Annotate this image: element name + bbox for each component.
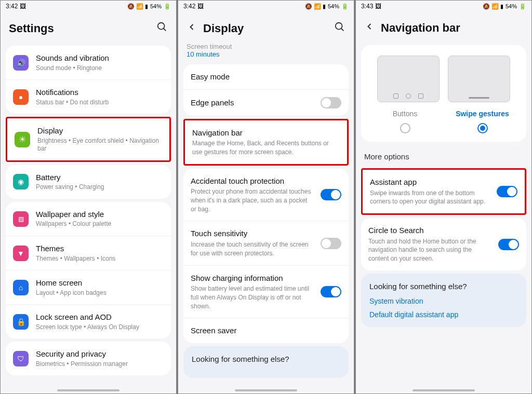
partial-row[interactable]: Screen timeout 10 minutes xyxy=(178,43,354,61)
search-icon[interactable] xyxy=(334,21,345,35)
display-group-1: Easy mode Edge panels xyxy=(183,64,349,116)
status-battery: 54% xyxy=(150,3,162,9)
page-title: Navigation bar xyxy=(381,21,460,35)
settings-item-sounds[interactable]: 🔊 Sounds and vibrationSound mode • Ringt… xyxy=(6,46,171,80)
settings-item-lockscreen[interactable]: 🔒 Lock screen and AODScreen lock type • … xyxy=(6,305,171,338)
radio-gestures[interactable]: Swipe gestures xyxy=(448,110,517,133)
search-icon[interactable] xyxy=(156,21,168,35)
footer-card: Looking for something else? System vibra… xyxy=(361,274,526,327)
settings-item-notifications[interactable]: ● NotificationsStatus bar • Do not distu… xyxy=(6,80,171,114)
bell-icon: ● xyxy=(13,89,29,105)
settings-item-wallpaper[interactable]: ▧ Wallpaper and styleWallpapers • Colour… xyxy=(6,202,171,236)
status-bar: 3:42 🖼 🔕 📶 ▮ 54%🔋 xyxy=(178,1,354,12)
status-bar: 3:42 🖼 🔕 📶 ▮ 54%🔋 xyxy=(1,1,176,12)
svg-line-1 xyxy=(164,29,166,31)
preview-buttons[interactable] xyxy=(377,56,440,102)
display-item-touchsens[interactable]: Touch sensitivityIncrease the touch sens… xyxy=(183,221,349,265)
lock-icon: 🔒 xyxy=(13,314,29,330)
page-title: Settings xyxy=(9,22,54,35)
link-system-vibration[interactable]: System vibration xyxy=(369,297,518,305)
display-item-accidental[interactable]: Accidental touch protectionProtect your … xyxy=(183,169,349,222)
more-options-label[interactable]: More options xyxy=(356,145,531,165)
home-indicator[interactable] xyxy=(235,389,297,391)
sound-icon: 🔊 xyxy=(13,55,29,71)
assistant-toggle[interactable] xyxy=(497,186,517,197)
svg-point-0 xyxy=(158,23,165,30)
nav-item-assistant[interactable]: Assistant appSwipe inwards from one of t… xyxy=(363,170,525,213)
nav-group-2: Circle to SearchTouch and hold the Home … xyxy=(361,218,526,270)
radio-buttons[interactable]: Buttons xyxy=(370,110,440,133)
touchsens-toggle[interactable] xyxy=(321,238,341,249)
display-group-2: Accidental touch protectionProtect your … xyxy=(183,169,349,343)
link-default-assistant[interactable]: Default digital assistant app xyxy=(369,310,518,319)
status-time: 3:42 xyxy=(6,3,18,10)
display-item-edgepanels[interactable]: Edge panels xyxy=(183,90,349,116)
status-battery: 54% xyxy=(328,3,339,9)
accidental-toggle[interactable] xyxy=(321,189,341,200)
assistant-app-highlighted: Assistant appSwipe inwards from one of t… xyxy=(361,168,526,215)
svg-line-3 xyxy=(341,29,344,31)
settings-group-1: 🔊 Sounds and vibrationSound mode • Ringt… xyxy=(6,46,171,114)
svg-point-2 xyxy=(336,23,342,30)
themes-icon: ▼ xyxy=(13,246,29,261)
display-item-navbar-highlighted: Navigation barManage the Home, Back, and… xyxy=(183,119,349,166)
shield-icon: 🛡 xyxy=(13,351,29,366)
status-time: 3:43 xyxy=(361,3,373,10)
settings-item-homescreen[interactable]: ⌂ Home screenLayout • App icon badges xyxy=(6,270,171,305)
footer-card: Looking for something else? xyxy=(183,346,349,378)
settings-item-display-highlighted: ☀ DisplayBrightness • Eye comfort shield… xyxy=(6,117,171,162)
back-button[interactable] xyxy=(187,22,197,35)
display-item-charging[interactable]: Show charging informationShow battery le… xyxy=(183,266,349,319)
display-item-navbar[interactable]: Navigation barManage the Home, Back, and… xyxy=(185,120,347,164)
settings-item-security[interactable]: 🛡 Security and privacyBiometrics • Permi… xyxy=(6,342,171,375)
brightness-icon: ☀ xyxy=(15,132,30,147)
circlesearch-toggle[interactable] xyxy=(498,239,519,250)
nav-item-circlesearch[interactable]: Circle to SearchTouch and hold the Home … xyxy=(361,218,526,270)
wallpaper-icon: ▧ xyxy=(13,211,29,227)
settings-item-themes[interactable]: ▼ ThemesThemes • Wallpapers • Icons xyxy=(6,236,171,270)
home-indicator[interactable] xyxy=(57,389,119,391)
status-bar: 3:43 🖼 🔕 📶 ▮ 54%🔋 xyxy=(356,1,531,12)
settings-item-display[interactable]: ☀ DisplayBrightness • Eye comfort shield… xyxy=(7,118,169,160)
home-icon: ⌂ xyxy=(13,280,29,295)
settings-group-2: ◉ BatteryPower saving • Charging xyxy=(6,165,171,199)
display-item-screensaver[interactable]: Screen saver xyxy=(183,318,349,343)
status-battery: 54% xyxy=(506,3,517,9)
settings-group-3: ▧ Wallpaper and styleWallpapers • Colour… xyxy=(6,202,171,338)
page-title: Display xyxy=(203,22,244,35)
back-button[interactable] xyxy=(364,21,375,35)
display-item-easymode[interactable]: Easy mode xyxy=(183,64,349,90)
status-time: 3:42 xyxy=(183,3,195,10)
settings-item-battery[interactable]: ◉ BatteryPower saving • Charging xyxy=(6,165,171,199)
battery-icon: ◉ xyxy=(13,174,29,189)
settings-group-4: 🛡 Security and privacyBiometrics • Permi… xyxy=(6,342,171,375)
preview-gestures[interactable] xyxy=(448,56,510,102)
charging-toggle[interactable] xyxy=(321,286,341,297)
nav-style-card: Buttons Swipe gestures xyxy=(361,45,526,142)
home-indicator[interactable] xyxy=(413,389,475,391)
edgepanels-toggle[interactable] xyxy=(321,97,341,108)
